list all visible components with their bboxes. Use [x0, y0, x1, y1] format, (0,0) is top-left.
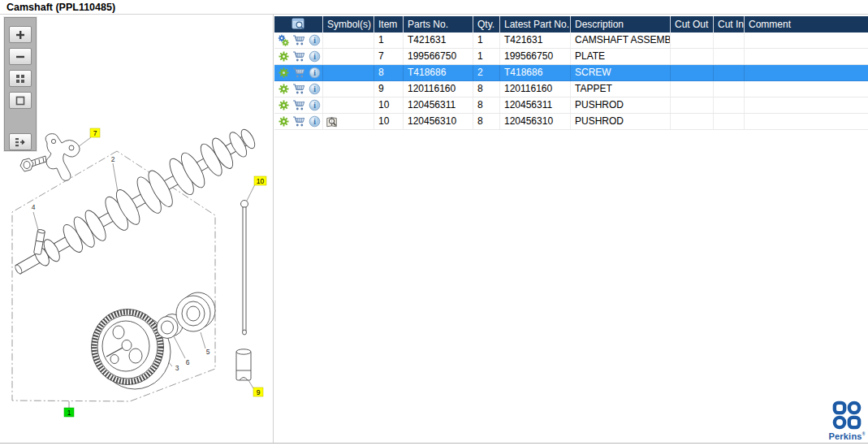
- callout-7[interactable]: 7: [90, 128, 100, 137]
- cell-parts-no: 120456310: [404, 114, 473, 129]
- column-header-qty[interactable]: Qty.: [473, 16, 500, 32]
- cart-icon[interactable]: [292, 83, 305, 96]
- column-header-symbols[interactable]: Symbol(s): [323, 16, 374, 32]
- cart-icon[interactable]: [292, 99, 305, 112]
- cell-item: 10: [374, 114, 404, 129]
- cell-comment: [745, 32, 868, 48]
- svg-text:i: i: [313, 102, 316, 110]
- cart-icon[interactable]: [292, 115, 305, 128]
- cell-symbols: [323, 81, 374, 97]
- tile-view-icon: [15, 74, 25, 84]
- cell-cut-out: [671, 65, 714, 80]
- cell-latest-part-no: T421631: [500, 32, 571, 48]
- cell-qty: 8: [473, 114, 500, 129]
- callout-2[interactable]: 2: [111, 155, 115, 163]
- cell-item: 1: [374, 32, 404, 48]
- bearing-drawing: [176, 292, 215, 331]
- cell-parts-no: 199566750: [404, 49, 473, 64]
- column-header-parts-no[interactable]: Parts No.: [404, 16, 473, 32]
- info-icon[interactable]: i: [308, 115, 321, 128]
- add-part-icon[interactable]: [277, 34, 290, 47]
- cell-symbols: [323, 114, 374, 129]
- cell-cut-in: [714, 32, 745, 48]
- cell-comment: [745, 81, 868, 97]
- zoom-out-icon: [15, 52, 25, 62]
- info-icon[interactable]: i: [308, 34, 321, 47]
- cell-cut-in: [714, 81, 745, 97]
- info-icon[interactable]: i: [308, 67, 321, 80]
- svg-text:1: 1: [67, 409, 71, 417]
- callout-6[interactable]: 6: [186, 358, 190, 366]
- callout-1[interactable]: 1: [64, 408, 74, 417]
- cell-cut-out: [671, 97, 714, 113]
- callout-9[interactable]: 9: [253, 388, 263, 396]
- column-header-latest-part-no[interactable]: Latest Part No.: [500, 16, 571, 32]
- perkins-logo: Perkins®: [828, 401, 866, 440]
- cart-icon[interactable]: [292, 50, 305, 63]
- cell-symbols: [323, 32, 374, 48]
- cell-cut-in: [714, 97, 745, 113]
- callout-4[interactable]: 4: [32, 203, 36, 211]
- preview-column-header[interactable]: [274, 16, 323, 32]
- page-title: Camshaft (PPL110485): [6, 2, 115, 13]
- cell-item: 7: [374, 49, 404, 64]
- tile-view-button[interactable]: [9, 70, 32, 87]
- cell-cut-in: [714, 49, 745, 64]
- cell-latest-part-no: 120116160: [500, 81, 571, 97]
- cell-comment: [745, 65, 868, 80]
- cell-qty: 8: [473, 97, 500, 113]
- cart-icon[interactable]: [292, 34, 305, 47]
- table-row-selected[interactable]: i 8 T418686 2 T418686 SCREW: [274, 65, 868, 81]
- pushrod-drawing: [241, 201, 248, 336]
- diagram-toolbar: [4, 17, 37, 151]
- cell-item: 8: [374, 65, 404, 80]
- open-image-icon[interactable]: [326, 115, 339, 128]
- cell-parts-no: T421631: [404, 32, 473, 48]
- cell-qty: 1: [473, 32, 500, 48]
- zoom-in-button[interactable]: [9, 26, 32, 43]
- cell-description: SCREW: [571, 65, 671, 80]
- table-row[interactable]: i 9 120116160 8 120116160 TAPPET: [274, 81, 868, 97]
- add-part-icon[interactable]: [277, 99, 290, 112]
- table-row[interactable]: i 7 199566750 1 199566750 PLATE: [274, 49, 868, 65]
- single-view-icon: [15, 96, 25, 106]
- cell-description: PLATE: [571, 49, 671, 64]
- column-header-description[interactable]: Description: [571, 16, 671, 32]
- svg-text:7: 7: [93, 129, 97, 137]
- add-part-icon[interactable]: [277, 115, 290, 128]
- svg-text:9: 9: [257, 388, 261, 396]
- cell-latest-part-no: T418686: [500, 65, 571, 80]
- collapse-panel-button[interactable]: [9, 133, 32, 150]
- panel-divider: [273, 15, 274, 443]
- add-part-icon[interactable]: [277, 50, 290, 63]
- table-row[interactable]: i 10 120456310 8 120456310 PUSHROD: [274, 114, 868, 130]
- bottom-divider: [0, 443, 868, 444]
- callout-10[interactable]: 10: [254, 176, 266, 185]
- column-header-cut-out[interactable]: Cut Out: [671, 16, 714, 32]
- zoom-out-button[interactable]: [9, 48, 32, 65]
- plate-drawing: [45, 134, 80, 181]
- info-icon[interactable]: i: [308, 83, 321, 96]
- cell-description: TAPPET: [571, 81, 671, 97]
- cell-cut-in: [714, 114, 745, 129]
- add-part-icon[interactable]: [277, 83, 290, 96]
- table-row[interactable]: i 1 T421631 1 T421631 CAMSHAFT ASSEMBLY: [274, 32, 868, 49]
- cart-icon[interactable]: [292, 67, 305, 80]
- column-header-item[interactable]: Item: [374, 16, 404, 32]
- svg-text:10: 10: [257, 177, 265, 185]
- info-icon[interactable]: i: [308, 99, 321, 112]
- column-header-comment[interactable]: Comment: [745, 16, 868, 32]
- cell-latest-part-no: 120456311: [500, 97, 571, 113]
- add-part-icon[interactable]: [277, 67, 290, 80]
- bolt-drawing: [20, 156, 46, 171]
- callout-5[interactable]: 5: [206, 348, 210, 356]
- column-header-cut-in[interactable]: Cut In: [714, 16, 745, 32]
- table-row[interactable]: i 10 120456311 8 120456311 PUSHROD: [274, 97, 868, 114]
- callout-3[interactable]: 3: [175, 364, 179, 372]
- cell-comment: [745, 49, 868, 64]
- cell-symbols: [323, 65, 374, 80]
- info-icon[interactable]: i: [308, 50, 321, 63]
- cell-cut-in: [714, 65, 745, 80]
- single-view-button[interactable]: [9, 92, 32, 109]
- cell-parts-no: 120456311: [404, 97, 473, 113]
